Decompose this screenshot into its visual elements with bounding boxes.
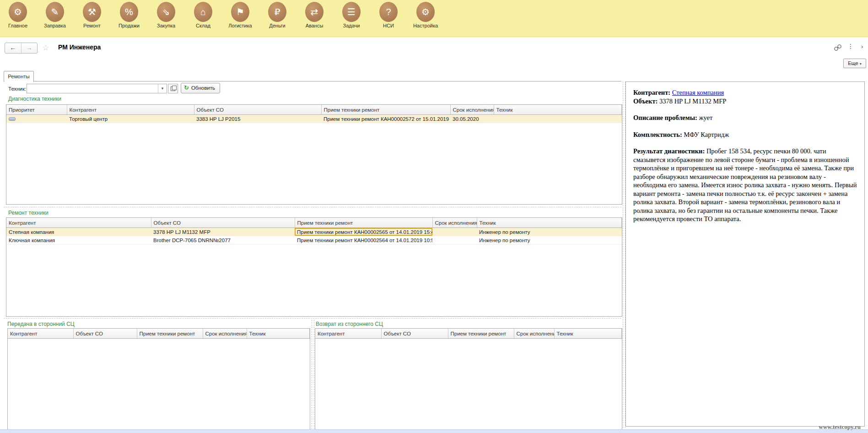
technician-input[interactable] [27, 84, 158, 93]
priority-icon [9, 117, 16, 121]
warehouse-icon: ⌂ [194, 2, 212, 22]
form-area: ← → ☆ РМ Инженера ⋮ › Еще ▾ Ремонты Техн… [0, 37, 868, 433]
transfer-table: Контрагент Объект СО Прием техники ремон… [7, 328, 310, 430]
cell-object: Brother DCP-7065 DNRN№2077 [151, 236, 295, 244]
cell-priem-document-focused[interactable]: Прием техники ремонт КАН00002565 от 14.0… [295, 228, 432, 236]
sections-toolbar: ⚙Главное ✎Заправка ⚒Ремонт %Продажи ⇘Зак… [0, 0, 868, 37]
map-route-icon: ⚑ [231, 2, 249, 22]
problem-value: жует [699, 114, 712, 121]
back-button[interactable]: ← [5, 43, 22, 53]
toolbar-item-glavnoe[interactable]: ⚙Главное [0, 2, 36, 28]
column-header[interactable]: Объект СО [151, 218, 295, 228]
sale-tag-icon: % [120, 2, 138, 22]
tab-baseline [4, 81, 621, 81]
table-row[interactable]: Ключная компания Brother DCP-7065 DNRN№2… [6, 236, 622, 244]
column-header[interactable]: Техник [494, 105, 622, 115]
column-header[interactable]: Объект СО [194, 105, 321, 115]
toolbar-item-dengi[interactable]: ₽Деньги [259, 2, 295, 28]
tab-remonty[interactable]: Ремонты [4, 71, 34, 82]
choose-from-list-button[interactable] [168, 84, 178, 93]
refresh-button[interactable]: ↻Обновить [181, 83, 220, 93]
toolbar-item-avansy[interactable]: ⇄Авансы [297, 2, 332, 28]
tools-icon: ⚒ [83, 2, 101, 22]
cell-tehnik: Инженер по ремонту [477, 228, 622, 236]
collapse-panel-icon[interactable]: › [861, 43, 863, 50]
toolbar-item-remont[interactable]: ⚒Ремонт [74, 2, 110, 28]
hand-payment-icon: ⇄ [305, 2, 323, 22]
column-header[interactable]: Прием техники ремонт [295, 218, 432, 228]
column-header[interactable]: Контрагент [67, 105, 194, 115]
column-header[interactable]: Срок исполнения [203, 329, 247, 339]
completeness-value: МФУ Картридж [684, 131, 729, 138]
cell-kontragent: Торговый центр [67, 115, 194, 123]
cell-priem-document[interactable]: Прием техники ремонт КАН00002572 от 15.0… [321, 115, 450, 123]
column-header[interactable]: Прием техники ремонт [448, 329, 514, 339]
column-header[interactable]: Приоритет [6, 105, 67, 115]
table-row[interactable]: Торговый центр 3383 HP LJ P2015 Прием те… [6, 115, 622, 123]
column-header[interactable]: Контрагент [315, 329, 381, 339]
cell-tehnik: Инженер по ремонту [477, 236, 622, 244]
column-header[interactable]: Срок исполнения [514, 329, 554, 339]
technician-combobox: ▾ [27, 84, 167, 93]
column-header[interactable]: Техник [554, 329, 622, 339]
cell-kontragent: Степная компания [6, 228, 151, 236]
object-label: Объект: [633, 97, 658, 105]
column-header[interactable]: Техник [477, 218, 622, 228]
cell-tehnik [494, 115, 622, 123]
diagnostics-header-row: Приоритет Контрагент Объект СО Прием тех… [6, 105, 622, 115]
vertical-splitter[interactable] [312, 320, 314, 429]
toolbar-item-prodazhi[interactable]: %Продажи [111, 2, 147, 28]
toolbar-item-logistika[interactable]: ⚑Логистика [222, 2, 258, 28]
reference-book-icon: ? [379, 2, 398, 22]
cartridge-refill-icon: ✎ [46, 2, 64, 22]
forward-button[interactable]: → [22, 43, 38, 53]
link-icon[interactable] [834, 44, 842, 51]
return-header-row: Контрагент Объект СО Прием техники ремон… [315, 329, 622, 339]
column-header[interactable]: Техник [247, 329, 310, 339]
details-panel: Контрагент: Степная компания Объект: 337… [625, 81, 865, 427]
app-window: ⚙Главное ✎Заправка ⚒Ремонт %Продажи ⇘Зак… [0, 0, 868, 433]
problem-label: Описание проблемы: [633, 114, 697, 121]
kontragent-link[interactable]: Степная компания [672, 89, 724, 96]
caret-down-icon: ▾ [860, 62, 862, 66]
column-header[interactable]: Срок исполнения [450, 105, 494, 115]
table-row[interactable]: Степная компания 3378 HP LJ M1132 MFP Пр… [6, 228, 622, 236]
kontragent-label: Контрагент: [633, 89, 670, 96]
cell-object: 3383 HP LJ P2015 [194, 115, 321, 123]
column-header[interactable]: Объект СО [381, 329, 448, 339]
column-header[interactable]: Контрагент [6, 218, 151, 228]
more-actions-icon[interactable]: ⋮ [847, 43, 854, 50]
column-header[interactable]: Контрагент [8, 329, 73, 339]
toolbar-item-zakupka[interactable]: ⇘Закупка [148, 2, 184, 28]
cell-srok [432, 236, 477, 244]
more-button[interactable]: Еще ▾ [843, 59, 866, 68]
toolbar-item-zapravka[interactable]: ✎Заправка [37, 2, 73, 28]
open-window-icon [171, 87, 175, 91]
money-bag-icon: ₽ [268, 2, 286, 22]
section-title-repair: Ремонт техники [8, 210, 49, 216]
column-header[interactable]: Прием техники ремонт [137, 329, 203, 339]
diagnostics-result-value: Пробег 158 534, ресурс печки 80 000. чат… [633, 147, 857, 222]
object-value: 3378 HP LJ M1132 MFP [659, 97, 726, 105]
settings-gear-icon: ⚙ [416, 2, 435, 22]
column-header[interactable]: Объект СО [73, 329, 137, 339]
home-gears-icon: ⚙ [9, 2, 27, 22]
toolbar-item-zadachi[interactable]: ☰Задачи [334, 2, 369, 28]
toolbar-item-nastroyka[interactable]: ⚙Настройка [408, 2, 443, 28]
window-bottom-strip [0, 429, 868, 433]
chevron-down-icon[interactable]: ▾ [158, 84, 167, 93]
repair-table: Контрагент Объект СО Прием техники ремон… [6, 217, 622, 317]
hand-truck-icon: ⇘ [157, 2, 175, 22]
return-table: Контрагент Объект СО Прием техники ремон… [315, 328, 622, 430]
task-list-icon: ☰ [342, 2, 361, 22]
horizontal-splitter[interactable] [4, 207, 621, 209]
column-header[interactable]: Срок исполнения [432, 218, 477, 228]
toolbar-item-nsi[interactable]: ?НСИ [371, 2, 406, 28]
favorite-star-icon[interactable]: ☆ [42, 43, 49, 53]
toolbar-item-sklad[interactable]: ⌂Склад [185, 2, 221, 28]
section-title-diagnostics: Диагностика техники [8, 96, 61, 102]
cell-priem-document[interactable]: Прием техники ремонт КАН00002564 от 14.0… [295, 236, 432, 244]
column-header[interactable]: Прием техники ремонт [321, 105, 450, 115]
watermark: www.testcopy.ru [819, 423, 861, 431]
cell-srok [432, 228, 477, 236]
